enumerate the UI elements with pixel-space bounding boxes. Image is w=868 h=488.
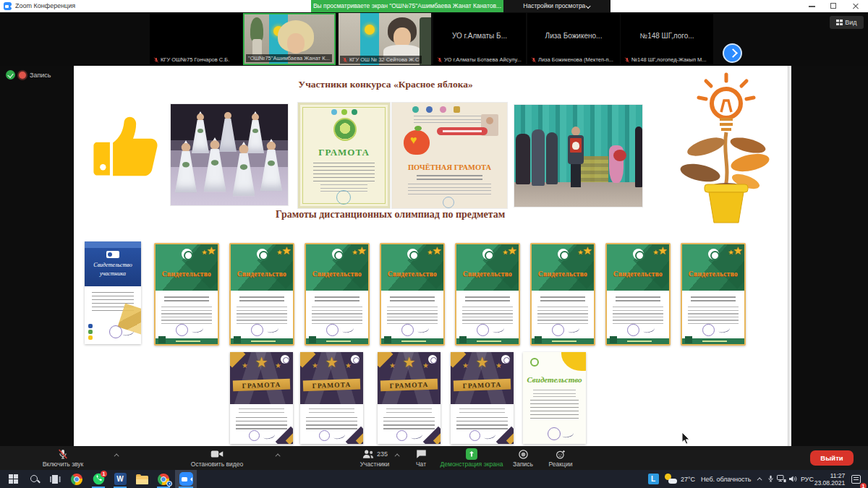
- tray-mic-icon[interactable]: [765, 470, 775, 488]
- gramota-certificate: ★ ★★ ГРАМОТА: [300, 352, 363, 444]
- star-icon: ★★: [357, 244, 367, 257]
- view-settings-button[interactable]: Настройки просмотра: [503, 0, 610, 12]
- tray-volume-icon[interactable]: [787, 470, 799, 488]
- certificate-title: Свидетельство: [682, 270, 744, 278]
- record-button[interactable]: Запись: [506, 448, 540, 468]
- tray-expand-chevron[interactable]: [755, 470, 765, 488]
- lightbulb-plant-illustration: [678, 72, 774, 225]
- chrome-icon: [71, 474, 82, 485]
- tile-name: Лиза Божикенова (Мектеп-п...: [538, 56, 613, 63]
- tray-clock[interactable]: 11:2723.08.2021: [814, 470, 845, 488]
- certificate-title: Свидетельство: [456, 270, 519, 278]
- reactions-icon: [555, 449, 566, 460]
- chevron-down-icon: [585, 4, 590, 9]
- star-icon: ★★: [433, 244, 442, 257]
- snail-logo: [530, 358, 539, 367]
- star-icon: ★★: [583, 244, 592, 257]
- green-certificate: ★★ Свидетельство: [229, 243, 294, 346]
- action-center-button[interactable]: 1: [848, 470, 864, 488]
- gramota-certificate: ★ ★★ ГРАМОТА: [451, 352, 514, 444]
- snail-logo: [257, 249, 268, 260]
- share-screen-icon: [467, 450, 476, 458]
- certificate-title: Свидетельство: [306, 270, 368, 278]
- stop-video-button[interactable]: Остановить видео: [166, 448, 268, 468]
- certificate-title: Свидетельство: [156, 270, 218, 278]
- snail-logo: [332, 249, 343, 260]
- partner-logos: [412, 106, 460, 113]
- search-icon: [30, 474, 40, 484]
- boy-with-certificate: [566, 127, 585, 189]
- snail-logo: [558, 249, 569, 260]
- start-button[interactable]: [3, 470, 23, 488]
- participant-certificate: Свидетельство участника: [85, 241, 141, 344]
- explorer-taskbar-icon[interactable]: [132, 470, 152, 488]
- maximize-button[interactable]: [823, 0, 845, 12]
- whatsapp-taskbar-icon[interactable]: 1: [88, 470, 109, 488]
- folder-icon: [136, 476, 148, 484]
- certificate-title: Свидетельство: [231, 270, 293, 278]
- tile-name: "ОШ№75"Ашимбаева Жанат К...: [248, 55, 330, 61]
- green-certificate: ★★ Свидетельство: [605, 243, 671, 346]
- festival-banner: [437, 127, 488, 135]
- unmute-button[interactable]: Включить звук: [16, 448, 110, 468]
- slide-scrollbar[interactable]: [788, 66, 791, 446]
- video-tile-active-speaker[interactable]: "ОШ№75"Ашимбаева Жанат К...: [243, 13, 336, 65]
- green-certificate: ★★ Свидетельство: [305, 243, 370, 346]
- weather-temp[interactable]: 27°C: [681, 470, 695, 488]
- weather-desc[interactable]: Неб. облачность: [701, 470, 751, 488]
- video-tile[interactable]: КГУ ОШ № 32 Сейтова Ж.С: [339, 13, 431, 65]
- minimize-button[interactable]: [801, 0, 823, 12]
- tray-date: 23.08.2021: [814, 479, 846, 487]
- chrome-taskbar-icon[interactable]: [67, 470, 87, 488]
- tray-l-app[interactable]: L: [645, 470, 661, 488]
- tile-name: КГУ ОШ № 32 Сейтова Ж.С: [349, 56, 420, 63]
- leave-meeting-button[interactable]: Выйти: [810, 450, 854, 466]
- presentation-slide: Участники конкурса «Красное яблока» Грам…: [74, 66, 791, 446]
- snail-logo: [281, 355, 289, 364]
- view-button[interactable]: Вид: [830, 16, 864, 29]
- snail-logo: [708, 249, 719, 260]
- window-title: Zoom Конференция: [15, 2, 75, 9]
- participants-button[interactable]: 235 Участники: [349, 448, 400, 468]
- camera-icon: [210, 449, 224, 459]
- reactions-button[interactable]: Реакции: [541, 448, 580, 468]
- notification-badge: 1: [860, 483, 867, 488]
- chat-icon: [416, 449, 427, 459]
- video-tile[interactable]: №148 ШГ,лого... №148 ШГ,логопед-Жакып М.…: [621, 13, 713, 65]
- search-button[interactable]: [25, 470, 45, 488]
- word-taskbar-icon[interactable]: W: [110, 470, 130, 488]
- next-participants-button[interactable]: [723, 43, 742, 63]
- task-view-button[interactable]: [45, 470, 65, 488]
- whatsapp-badge: 1: [101, 471, 107, 477]
- star-icon: ★★: [733, 244, 743, 257]
- star-icon: ★★: [508, 244, 517, 257]
- zoom-taskbar-icon[interactable]: [175, 470, 197, 488]
- weather-icon[interactable]: [663, 470, 678, 488]
- tray-language[interactable]: РУС: [799, 470, 816, 488]
- video-tile[interactable]: Лиза Божикено... Лиза Божикенова (Мектеп…: [527, 13, 620, 65]
- snail-logo: [428, 355, 437, 364]
- participants-video-strip: КГУ ОШ№75 Гончаров С.Б. "ОШ№75"Ашимбаева…: [0, 12, 868, 66]
- certificate-title: Свидетельство: [607, 270, 669, 278]
- video-tile[interactable]: КГУ ОШ№75 Гончаров С.Б.: [150, 13, 242, 65]
- plant-decor: [250, 17, 263, 42]
- tray-network-icon[interactable]: [775, 470, 787, 488]
- mouse-cursor: [681, 432, 691, 445]
- gramota-certificate: ★ ★★ ГРАМОТА: [378, 352, 441, 444]
- green-certificate: ★★ Свидетельство: [530, 243, 595, 346]
- photo-award-ceremony: [514, 105, 642, 207]
- video-options-chevron[interactable]: [276, 453, 281, 458]
- mic-options-chevron[interactable]: [114, 453, 119, 458]
- video-tile[interactable]: УО г.Алматы Б... УО г.Алматы Ботаева Айс…: [433, 13, 526, 65]
- share-screen-button[interactable]: Демонстрация экрана: [431, 448, 512, 468]
- record-icon: [518, 449, 529, 460]
- snail-logo: [482, 249, 493, 260]
- close-button[interactable]: [845, 0, 867, 12]
- snail-logo: [351, 355, 359, 364]
- cloud-icon: [668, 479, 677, 484]
- certificate-title: ГРАМОТА: [312, 381, 352, 390]
- photo-honor-certificate: ПОЧЁТНАЯ ГРАМОТА: [392, 103, 507, 208]
- photo-gramota-certificate: ГРАМОТА: [298, 103, 390, 208]
- chrome2-taskbar-icon[interactable]: [153, 470, 174, 488]
- muted-mic-icon: [624, 57, 630, 63]
